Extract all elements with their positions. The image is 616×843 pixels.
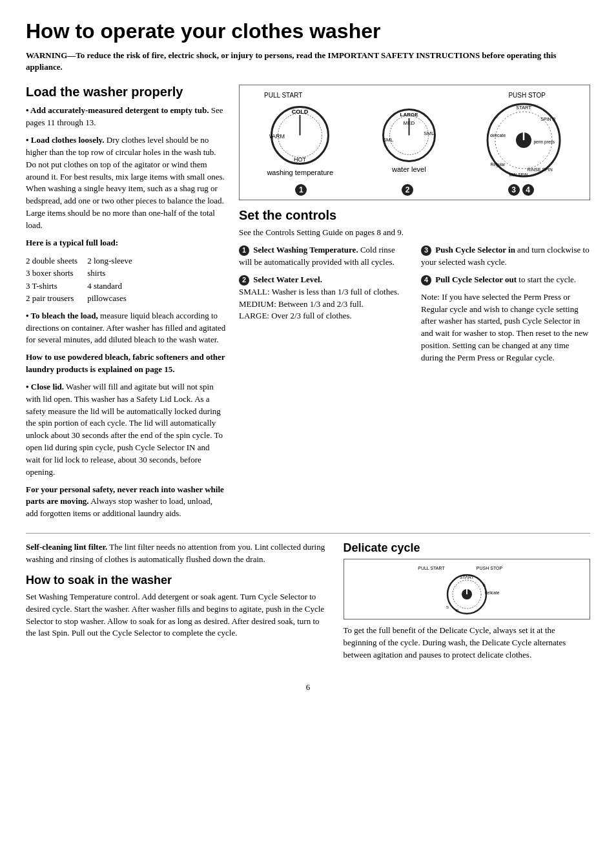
svg-text:perm press: perm press	[533, 140, 555, 145]
soak-section: How to soak in the washer Set Washing Te…	[26, 574, 328, 640]
svg-text:HOT: HOT	[294, 156, 307, 163]
delicate-section: Delicate cycle PULL START PUSH STOP STAR…	[344, 541, 591, 661]
typical-load-table: 2 double sheets2 long-sleeve 3 boxer sho…	[26, 255, 226, 305]
step2: 2 Select Water Level. SMALL: Washer is l…	[239, 274, 408, 322]
svg-text:SML: SML	[424, 130, 435, 136]
lint-para: Self-cleaning lint filter. The lint filt…	[26, 541, 328, 566]
svg-text:S: S	[446, 605, 449, 609]
step4: 4 Pull Cycle Selector out to start the c…	[421, 274, 590, 286]
cycle-note: Note: If you have selected the Perm Pres…	[421, 291, 590, 364]
page-title: How to operate your clothes washer	[26, 19, 590, 43]
delicate-title: Delicate cycle	[344, 541, 591, 555]
cycle-dial: START SPIN R perm press RINSE SPIN MIN S…	[485, 101, 562, 179]
svg-text:delicate: delicate	[490, 133, 506, 138]
load-section-title: Load the washer properly	[26, 85, 226, 99]
temp-dial-caption: washing temperature	[267, 169, 333, 176]
svg-text:MIN SPIN: MIN SPIN	[509, 172, 528, 177]
dial-number-1: 1	[295, 184, 307, 196]
step1: 1 Select Washing Temperature. Cold rinse…	[239, 244, 408, 269]
svg-text:PULL START: PULL START	[418, 566, 445, 570]
detergent-para: • Add accurately-measured detergent to e…	[26, 105, 226, 129]
load-loosely-para: • Load clothes loosely. Dry clothes leve…	[26, 134, 226, 232]
dial-number-2: 2	[402, 184, 413, 196]
close-lid-para: • Close lid. Washer will fill and agitat…	[26, 381, 226, 479]
safety-para: For your personal safety, never reach in…	[26, 484, 226, 521]
controls-title: Set the controls	[239, 208, 590, 223]
svg-text:S: S	[483, 583, 486, 587]
water-level-caption: water level	[392, 165, 426, 173]
dial-number-3: 3	[508, 184, 520, 196]
svg-text:Regular: Regular	[490, 162, 506, 167]
svg-text:SML: SML	[383, 137, 394, 143]
warning-text: WARNING—To reduce the risk of fire, elec…	[26, 50, 590, 73]
pull-start-label: PULL START	[264, 92, 302, 99]
temperature-dial: COLD WARM HOT	[269, 105, 331, 166]
delicate-text: To get the full benefit of the Delicate …	[344, 625, 591, 661]
svg-text:delicate: delicate	[485, 590, 500, 595]
delicate-diagram: PULL START PUSH STOP START S delicate R …	[344, 559, 591, 619]
svg-text:WARM: WARM	[269, 133, 285, 140]
bleach-bold-para: How to use powdered bleach, fabric softe…	[26, 351, 226, 376]
water-level-dial: LARGE MED SML SML	[382, 108, 436, 163]
dial-number-4: 4	[522, 184, 534, 196]
page-number: 6	[26, 682, 590, 692]
controls-section: Set the controls See the Controls Settin…	[239, 208, 590, 369]
washer-diagram: PULL START PUSH STOP COLD WARM HOT	[239, 85, 590, 200]
svg-text:RINSE SPIN: RINSE SPIN	[527, 167, 553, 172]
bleach-para: • To bleach the load, measure liquid ble…	[26, 310, 226, 347]
lint-section: Self-cleaning lint filter. The lint filt…	[26, 541, 328, 566]
controls-intro: See the Controls Setting Guide on pages …	[239, 227, 590, 239]
section-divider	[26, 533, 590, 534]
svg-text:PUSH STOP: PUSH STOP	[477, 566, 503, 570]
step3: 3 Push Cycle Selector in and turn clockw…	[421, 244, 590, 269]
svg-text:START: START	[516, 105, 531, 110]
soak-title: How to soak in the washer	[26, 574, 328, 587]
typical-load-title: Here is a typical full load:	[26, 237, 226, 249]
svg-text:SPIN R: SPIN R	[540, 117, 555, 121]
push-stop-label: PUSH STOP	[508, 92, 546, 99]
soak-text: Set Washing Temperature control. Add det…	[26, 591, 328, 640]
svg-text:R: R	[456, 609, 459, 612]
svg-text:LARGE: LARGE	[400, 112, 418, 118]
svg-text:COLD: COLD	[292, 109, 309, 115]
